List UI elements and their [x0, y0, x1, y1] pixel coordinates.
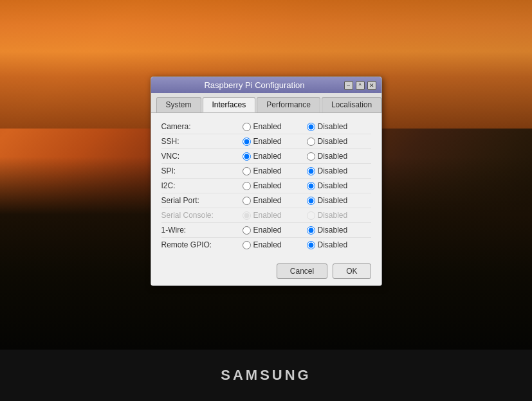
- interface-label-remote-gpio: Remote GPIO:: [161, 240, 243, 249]
- camera-enabled-label[interactable]: Enabled: [253, 122, 282, 131]
- serial-port-disabled-group: Disabled: [307, 196, 371, 205]
- titlebar: Raspberry Pi Configuration – ^ ✕: [151, 77, 381, 93]
- table-row: Serial Console: Enabled Disabled: [161, 208, 371, 223]
- window-controls[interactable]: – ^ ✕: [344, 81, 376, 90]
- remote-gpio-enabled-radio[interactable]: [243, 241, 251, 249]
- vnc-disabled-group: Disabled: [307, 152, 371, 161]
- serial-console-disabled-radio[interactable]: [307, 211, 315, 220]
- serial-console-disabled-group: Disabled: [307, 211, 371, 220]
- serial-port-enabled-radio[interactable]: [243, 197, 251, 205]
- i2c-disabled-group: Disabled: [307, 181, 371, 190]
- i2c-enabled-group: Enabled: [243, 181, 307, 190]
- ssh-disabled-radio[interactable]: [307, 138, 315, 146]
- interface-label-i2c: I2C:: [161, 181, 243, 190]
- spi-disabled-label[interactable]: Disabled: [318, 166, 348, 175]
- dialog-buttons: Cancel OK: [151, 258, 381, 285]
- vnc-disabled-label[interactable]: Disabled: [318, 152, 348, 161]
- camera-disabled-label[interactable]: Disabled: [318, 122, 348, 131]
- ssh-enabled-radio[interactable]: [243, 138, 251, 146]
- i2c-disabled-radio[interactable]: [307, 182, 315, 190]
- vnc-enabled-group: Enabled: [243, 152, 307, 161]
- serial-port-enabled-group: Enabled: [243, 196, 307, 205]
- tab-bar: System Interfaces Performance Localisati…: [151, 93, 381, 112]
- table-row: VNC: Enabled Disabled: [161, 149, 371, 164]
- spi-enabled-group: Enabled: [243, 166, 307, 175]
- 1wire-enabled-radio[interactable]: [243, 226, 251, 235]
- ssh-enabled-group: Enabled: [243, 137, 307, 146]
- table-row: Camera: Enabled Disabled: [161, 120, 371, 134]
- i2c-disabled-label[interactable]: Disabled: [318, 181, 348, 190]
- spi-enabled-radio[interactable]: [243, 167, 251, 175]
- remote-gpio-disabled-group: Disabled: [307, 240, 371, 249]
- table-row: 1-Wire: Enabled Disabled: [161, 223, 371, 238]
- camera-enabled-radio[interactable]: [243, 123, 251, 131]
- 1wire-disabled-radio[interactable]: [307, 226, 315, 235]
- i2c-enabled-radio[interactable]: [243, 182, 251, 190]
- spi-disabled-group: Disabled: [307, 166, 371, 175]
- remote-gpio-enabled-label[interactable]: Enabled: [253, 240, 282, 249]
- serial-port-disabled-radio[interactable]: [307, 197, 315, 205]
- interface-label-1wire: 1-Wire:: [161, 226, 243, 235]
- interface-label-vnc: VNC:: [161, 152, 243, 161]
- table-row: Serial Port: Enabled Disabled: [161, 193, 371, 208]
- dialog-window: Raspberry Pi Configuration – ^ ✕ System …: [151, 76, 382, 286]
- maximize-button[interactable]: ^: [356, 81, 365, 90]
- serial-console-enabled-label[interactable]: Enabled: [253, 211, 282, 220]
- remote-gpio-enabled-group: Enabled: [243, 240, 307, 249]
- camera-disabled-group: Disabled: [307, 122, 371, 131]
- interface-label-ssh: SSH:: [161, 137, 243, 146]
- serial-console-disabled-label[interactable]: Disabled: [318, 211, 348, 220]
- 1wire-disabled-group: Disabled: [307, 226, 371, 235]
- serial-port-enabled-label[interactable]: Enabled: [253, 196, 282, 205]
- spi-enabled-label[interactable]: Enabled: [253, 166, 282, 175]
- camera-enabled-group: Enabled: [243, 122, 307, 131]
- vnc-disabled-radio[interactable]: [307, 152, 315, 161]
- cancel-button[interactable]: Cancel: [277, 263, 327, 279]
- 1wire-enabled-label[interactable]: Enabled: [253, 226, 282, 235]
- interface-label-spi: SPI:: [161, 166, 243, 175]
- ssh-disabled-group: Disabled: [307, 137, 371, 146]
- vnc-enabled-label[interactable]: Enabled: [253, 152, 282, 161]
- table-row: I2C: Enabled Disabled: [161, 179, 371, 193]
- camera-disabled-radio[interactable]: [307, 123, 315, 131]
- interface-label-serial-port: Serial Port:: [161, 196, 243, 205]
- interface-label-camera: Camera:: [161, 122, 243, 131]
- interface-label-serial-console: Serial Console:: [161, 211, 243, 220]
- tab-interfaces[interactable]: Interfaces: [203, 97, 256, 112]
- spi-disabled-radio[interactable]: [307, 167, 315, 175]
- serial-console-enabled-radio[interactable]: [243, 211, 251, 220]
- ssh-enabled-label[interactable]: Enabled: [253, 137, 282, 146]
- close-button[interactable]: ✕: [367, 81, 376, 90]
- serial-console-enabled-group: Enabled: [243, 211, 307, 220]
- table-row: SPI: Enabled Disabled: [161, 164, 371, 179]
- remote-gpio-disabled-radio[interactable]: [307, 241, 315, 249]
- dialog-title: Raspberry Pi Configuration: [165, 80, 344, 90]
- remote-gpio-disabled-label[interactable]: Disabled: [318, 240, 348, 249]
- vnc-enabled-radio[interactable]: [243, 152, 251, 161]
- 1wire-enabled-group: Enabled: [243, 226, 307, 235]
- i2c-enabled-label[interactable]: Enabled: [253, 181, 282, 190]
- minimize-button[interactable]: –: [344, 81, 353, 90]
- serial-port-disabled-label[interactable]: Disabled: [318, 196, 348, 205]
- dialog-overlay: Raspberry Pi Configuration – ^ ✕ System …: [0, 0, 532, 401]
- interfaces-content: Camera: Enabled Disabled SSH: Enabled: [151, 112, 381, 258]
- table-row: SSH: Enabled Disabled: [161, 134, 371, 149]
- 1wire-disabled-label[interactable]: Disabled: [318, 226, 348, 235]
- ok-button[interactable]: OK: [333, 263, 371, 279]
- table-row: Remote GPIO: Enabled Disabled: [161, 238, 371, 252]
- tab-system[interactable]: System: [156, 97, 201, 112]
- tab-localisation[interactable]: Localisation: [322, 97, 381, 112]
- tab-performance[interactable]: Performance: [257, 97, 320, 112]
- ssh-disabled-label[interactable]: Disabled: [318, 137, 348, 146]
